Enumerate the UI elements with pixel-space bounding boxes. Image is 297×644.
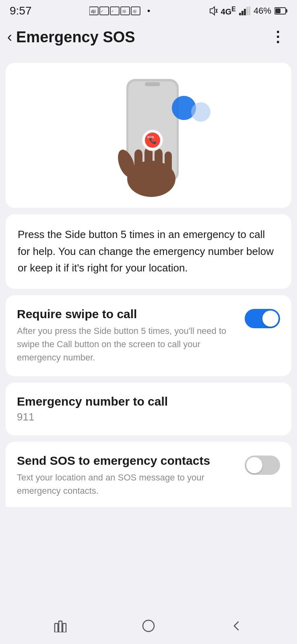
illustration-card: 📞 SOS — [6, 63, 291, 208]
description-text: Press the Side button 5 times in an emer… — [18, 226, 279, 277]
mute-icon — [208, 6, 218, 16]
emergency-number-value: 911 — [17, 411, 280, 423]
more-options-button[interactable]: ⋮ — [270, 29, 286, 46]
svg-rect-27 — [144, 147, 153, 176]
send-sos-desc: Text your location and an SOS message to… — [17, 471, 238, 497]
nav-left: ‹ Emergency SOS — [7, 29, 135, 46]
emergency-number-container: Emergency number to call 911 — [6, 383, 291, 435]
status-time: 9:57 — [10, 4, 32, 17]
toggle-thumb — [262, 311, 278, 327]
svg-rect-17 — [249, 6, 250, 15]
svg-marker-10 — [210, 7, 214, 15]
svg-rect-14 — [241, 11, 243, 15]
svg-rect-20 — [275, 8, 280, 13]
status-bar: 9:57 dji ✓ ✓ dji dji • 4GE — [0, 0, 297, 21]
recent-apps-button[interactable] — [44, 614, 76, 638]
status-right-icons: 4GE 46% — [208, 6, 287, 17]
require-swipe-title: Require swipe to call — [17, 307, 238, 321]
home-icon — [141, 619, 156, 633]
require-swipe-setting: Require swipe to call After you press th… — [6, 295, 291, 376]
svg-rect-39 — [143, 620, 154, 632]
signal-icon — [239, 6, 250, 15]
back-nav-icon — [231, 620, 242, 632]
send-sos-toggle-thumb — [246, 457, 262, 473]
send-sos-title: Send SOS to emergency contacts — [17, 454, 238, 468]
svg-rect-23 — [145, 82, 160, 86]
battery-percent: 46% — [254, 6, 271, 16]
back-button[interactable]: ‹ — [7, 29, 12, 46]
recent-apps-icon — [53, 619, 68, 632]
svg-rect-13 — [239, 13, 241, 15]
svg-rect-37 — [59, 621, 62, 632]
require-swipe-text: Require swipe to call After you press th… — [17, 307, 238, 364]
svg-rect-15 — [244, 9, 246, 15]
illustration-container: 📞 SOS — [6, 63, 291, 208]
top-spacer — [0, 53, 297, 63]
svg-text:SOS: SOS — [147, 135, 155, 139]
emergency-number-card[interactable]: Emergency number to call 911 — [6, 383, 291, 435]
svg-rect-19 — [286, 9, 287, 12]
svg-rect-28 — [155, 149, 163, 176]
home-button[interactable] — [132, 614, 165, 638]
notification-icons: dji ✓ ✓ dji dji • — [89, 5, 151, 17]
svg-text:✓: ✓ — [101, 9, 104, 13]
notification-icons-svg: dji ✓ ✓ dji dji — [89, 5, 146, 17]
svg-rect-36 — [55, 623, 58, 632]
send-sos-text: Send SOS to emergency contacts Text your… — [17, 454, 238, 497]
send-sos-card: Send SOS to emergency contacts Text your… — [6, 442, 291, 507]
dot-separator: • — [147, 6, 151, 16]
description-container: Press the Side button 5 times in an emer… — [6, 214, 291, 289]
send-sos-toggle[interactable] — [245, 456, 280, 475]
back-nav-button[interactable] — [221, 614, 253, 638]
require-swipe-card: Require swipe to call After you press th… — [6, 295, 291, 376]
require-swipe-desc: After you press the Side button 5 times,… — [17, 324, 238, 364]
svg-text:dji: dji — [91, 9, 96, 14]
top-nav: ‹ Emergency SOS ⋮ — [0, 21, 297, 53]
network-label: 4GE — [221, 6, 236, 17]
emergency-number-title: Emergency number to call — [17, 395, 280, 408]
svg-text:dji: dji — [122, 9, 126, 13]
svg-rect-29 — [165, 151, 172, 176]
svg-rect-38 — [63, 623, 66, 632]
phone-hand-illustration: 📞 SOS — [84, 75, 213, 200]
svg-point-35 — [191, 102, 210, 122]
require-swipe-toggle[interactable] — [245, 309, 280, 328]
bottom-nav — [0, 608, 297, 644]
svg-text:dji: dji — [133, 9, 136, 13]
svg-text:✓: ✓ — [111, 9, 114, 13]
battery-icon — [274, 7, 287, 15]
page-title: Emergency SOS — [16, 29, 135, 46]
svg-rect-16 — [246, 7, 248, 15]
svg-rect-26 — [134, 149, 142, 178]
description-card: Press the Side button 5 times in an emer… — [6, 214, 291, 289]
